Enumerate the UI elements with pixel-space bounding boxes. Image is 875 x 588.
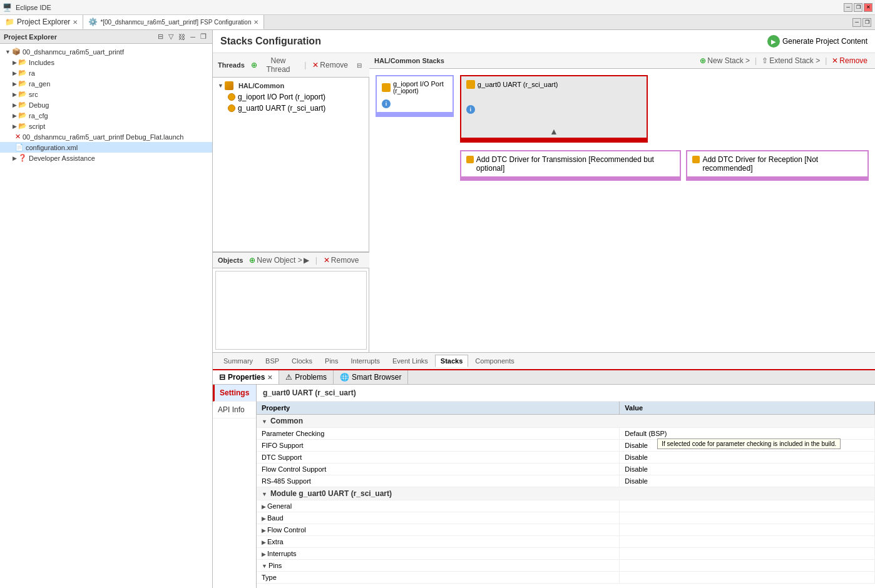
panel-minimize-btn[interactable]: ─: [852, 18, 861, 27]
ioport-card-header: g_ioport I/O Port (r_ioport): [377, 76, 453, 98]
interrupts-expand-arrow[interactable]: ▶: [262, 551, 266, 557]
type-row[interactable]: Type: [257, 572, 875, 584]
dtc-tx-header: Add DTC Driver for Transmission [Recomme…: [461, 151, 680, 176]
lower-tab-smart-browser[interactable]: 🌐 Smart Browser: [334, 370, 408, 384]
tab-fsp-config[interactable]: ⚙️ *[00_dshanmcu_ra6m5_uart_printf] FSP …: [83, 15, 264, 29]
sidebar-collapse-btn[interactable]: ⊟: [156, 32, 165, 41]
tree-item-src[interactable]: ▶ 📂 src: [0, 89, 212, 99]
rs485-value[interactable]: Disable: [620, 475, 875, 487]
tab-event-links[interactable]: Event Links: [387, 355, 434, 367]
window-controls[interactable]: ─ ❐ ✕: [844, 3, 872, 12]
baud-row[interactable]: ▶Baud: [257, 512, 875, 524]
common-group-row[interactable]: ▼ Common: [257, 415, 875, 428]
extra-row[interactable]: ▶Extra: [257, 536, 875, 548]
properties-tab-close[interactable]: ✕: [267, 374, 272, 381]
hal-common-label: HAL/Common: [238, 82, 284, 89]
new-object-btn[interactable]: ⊕ New Object > ▶: [247, 255, 311, 265]
includes-arrow[interactable]: ▶: [13, 59, 17, 66]
close-btn[interactable]: ✕: [864, 3, 872, 12]
tree-item-dev-assist[interactable]: ▶ ❓ Developer Assistance: [0, 153, 212, 163]
panel-restore-btn[interactable]: ❐: [862, 18, 871, 27]
ra-gen-arrow[interactable]: ▶: [13, 81, 17, 87]
pins-row[interactable]: ▼Pins: [257, 560, 875, 572]
extend-stack-btn[interactable]: ⇧ Extend Stack >: [759, 56, 822, 66]
tree-item-config-xml[interactable]: 📄 configuration.xml: [0, 142, 212, 153]
objects-remove-icon: ✕: [324, 256, 330, 265]
hal-group-arrow[interactable]: ▼: [218, 83, 223, 89]
tab-clocks[interactable]: Clocks: [286, 355, 318, 367]
tree-item-ra-cfg[interactable]: ▶ 📂 ra_cfg: [0, 110, 212, 121]
objects-remove-btn[interactable]: ✕ Remove: [321, 255, 362, 265]
tab-interrupts[interactable]: Interrupts: [345, 355, 386, 367]
module-group-row[interactable]: ▼ Module g_uart0 UART (r_sci_uart): [257, 487, 875, 500]
sidebar-minimize-btn[interactable]: ─: [188, 32, 197, 41]
tab-summary[interactable]: Summary: [218, 355, 258, 367]
tab-project-explorer[interactable]: 📁 Project Explorer ✕: [0, 15, 83, 29]
fifo-support-value[interactable]: Disable If selected code for parameter c…: [620, 440, 875, 452]
extra-expand-arrow[interactable]: ▶: [262, 539, 266, 545]
pins-expand-arrow[interactable]: ▼: [262, 563, 267, 569]
general-row[interactable]: ▶General: [257, 500, 875, 512]
param-checking-row[interactable]: Parameter Checking Default (BSP): [257, 428, 875, 440]
tree-root[interactable]: ▼ 📦 00_dshanmcu_ra6m5_uart_printf: [0, 46, 212, 57]
tab-pins[interactable]: Pins: [319, 355, 344, 367]
root-label: 00_dshanmcu_ra6m5_uart_printf: [23, 48, 124, 56]
general-expand-arrow[interactable]: ▶: [262, 504, 266, 510]
ra-arrow[interactable]: ▶: [13, 70, 17, 76]
new-thread-btn[interactable]: ⊕ New Thread: [248, 56, 300, 74]
hal-stacks-remove-btn[interactable]: ✕ Remove: [829, 56, 870, 66]
baud-expand-arrow[interactable]: ▶: [262, 515, 266, 522]
thread-item-uart[interactable]: g_uart0 UART (r_sci_uart): [215, 103, 367, 114]
tab-project-explorer-close[interactable]: ✕: [73, 19, 78, 26]
sidebar-link-btn[interactable]: ⛓: [177, 32, 187, 41]
threads-expand-btn[interactable]: ⊟: [354, 61, 364, 69]
dtc-support-value[interactable]: Disable: [620, 452, 875, 464]
tree-item-includes[interactable]: ▶ 📂 Includes: [0, 57, 212, 68]
tree-item-debug[interactable]: ▶ 📂 Debug: [0, 99, 212, 110]
tab-fsp-config-close[interactable]: ✕: [253, 19, 258, 26]
type-value[interactable]: [620, 572, 875, 584]
root-arrow[interactable]: ▼: [5, 49, 11, 55]
src-arrow[interactable]: ▶: [13, 91, 17, 98]
stack-card-uart[interactable]: g_uart0 UART (r_sci_uart) i ▲: [460, 75, 648, 143]
fifo-support-row[interactable]: FIFO Support Disable If selected code fo…: [257, 440, 875, 452]
sub-stack-card-dtc-tx[interactable]: Add DTC Driver for Transmission [Recomme…: [460, 150, 682, 181]
flow-control-row[interactable]: Flow Control Support Disable: [257, 464, 875, 475]
dev-assist-arrow[interactable]: ▶: [13, 155, 17, 161]
tab-bsp[interactable]: BSP: [260, 355, 285, 367]
tree-item-launch[interactable]: ✕ 00_dshanmcu_ra6m5_uart_printf Debug_Fl…: [0, 131, 212, 142]
left-tab-settings[interactable]: Settings: [213, 385, 256, 402]
minimize-btn[interactable]: ─: [844, 3, 852, 12]
dtc-support-row[interactable]: DTC Support Disable: [257, 452, 875, 464]
param-checking-value[interactable]: Default (BSP): [620, 428, 875, 440]
common-expand-arrow[interactable]: ▼: [262, 418, 267, 425]
restore-btn[interactable]: ❐: [854, 3, 862, 12]
lower-tab-problems[interactable]: ⚠ Problems: [279, 370, 334, 384]
flow-ctrl-expand-arrow[interactable]: ▶: [262, 527, 266, 534]
tab-components[interactable]: Components: [469, 355, 519, 367]
sidebar-filter-btn[interactable]: ▽: [166, 32, 175, 41]
sidebar-restore-btn[interactable]: ❐: [198, 32, 208, 41]
tree-item-ra-gen[interactable]: ▶ 📂 ra_gen: [0, 78, 212, 89]
left-tab-api-info[interactable]: API Info: [213, 402, 256, 418]
generate-project-btn[interactable]: ▶ Generate Project Content: [767, 35, 867, 48]
script-arrow[interactable]: ▶: [13, 123, 17, 129]
interrupts-row[interactable]: ▶Interrupts: [257, 548, 875, 560]
sub-stack-card-dtc-rx[interactable]: Add DTC Driver for Reception [Not recomm…: [686, 150, 869, 181]
ra-cfg-arrow[interactable]: ▶: [13, 113, 17, 119]
tab-stacks[interactable]: Stacks: [435, 355, 468, 367]
hal-group-header[interactable]: ▼ HAL/Common: [215, 80, 367, 91]
rs485-row[interactable]: RS-485 Support Disable: [257, 475, 875, 487]
flow-control-value[interactable]: Disable: [620, 464, 875, 475]
lower-tab-properties[interactable]: ⊟ Properties ✕: [213, 370, 279, 384]
module-expand-arrow[interactable]: ▼: [262, 491, 267, 497]
tree-item-script[interactable]: ▶ 📂 script: [0, 121, 212, 131]
sidebar-header: Project Explorer ⊟ ▽ ⛓ ─ ❐: [0, 30, 212, 44]
flow-ctrl-row[interactable]: ▶Flow Control: [257, 524, 875, 536]
debug-arrow[interactable]: ▶: [13, 102, 17, 108]
threads-remove-btn[interactable]: ✕ Remove: [310, 60, 351, 70]
tree-item-ra[interactable]: ▶ 📂 ra: [0, 68, 212, 78]
new-stack-btn[interactable]: ⊕ New Stack >: [697, 56, 752, 66]
thread-item-ioport[interactable]: g_ioport I/O Port (r_ioport): [215, 91, 367, 103]
stack-card-ioport[interactable]: g_ioport I/O Port (r_ioport) i: [376, 75, 454, 117]
